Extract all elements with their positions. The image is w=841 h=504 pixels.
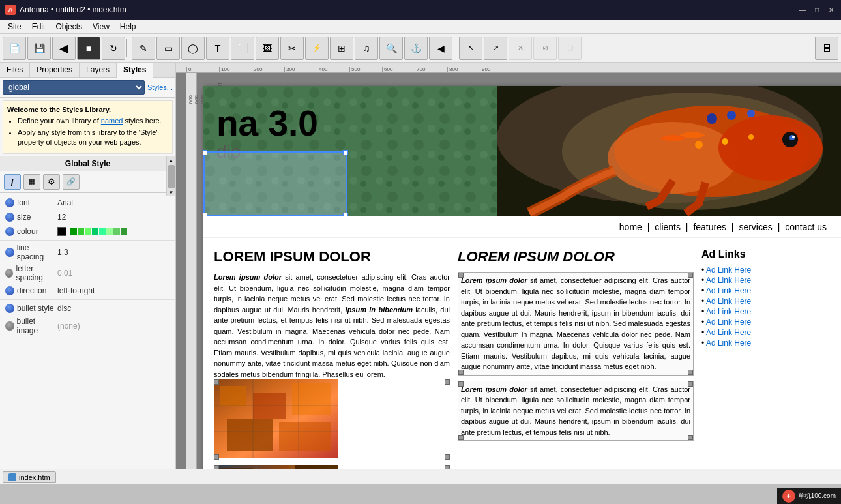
tab-layers[interactable]: Layers: [80, 63, 117, 77]
img2-handle-tr[interactable]: [445, 465, 450, 469]
styles-button[interactable]: Styles...: [147, 83, 173, 91]
audio-button[interactable]: ♫: [355, 37, 378, 60]
block2-handle-tr[interactable]: [688, 381, 693, 387]
swatch-5[interactable]: [99, 228, 106, 235]
maximize-button[interactable]: □: [812, 5, 821, 14]
nav-contact[interactable]: contact us: [785, 222, 827, 232]
minimize-button[interactable]: —: [798, 5, 807, 14]
rect-button[interactable]: ▭: [156, 37, 180, 60]
close-button[interactable]: ✕: [827, 5, 836, 14]
settings-icon-btn[interactable]: ⚙: [43, 174, 60, 190]
canvas-content[interactable]: na 3.0 dio home | clients |: [197, 73, 841, 469]
nav-clients[interactable]: clients: [655, 222, 681, 232]
tab-files[interactable]: Files: [0, 63, 30, 77]
block1-handle-bl[interactable]: [458, 370, 464, 375]
bulletstyle-value[interactable]: disc: [57, 304, 170, 313]
monitor-button[interactable]: 🖥: [815, 37, 838, 60]
menu-site[interactable]: Site: [3, 21, 27, 33]
svg-point-12: [782, 132, 798, 147]
script-button[interactable]: ⚡: [305, 37, 329, 60]
swatch-1[interactable]: [70, 228, 77, 235]
swatch-3[interactable]: [85, 228, 91, 235]
tool3[interactable]: ✕: [509, 37, 532, 60]
cut-button[interactable]: ✂: [280, 37, 304, 60]
table-button[interactable]: ⊞: [330, 37, 353, 60]
direction-value[interactable]: left-to-right: [57, 286, 170, 295]
swatch-7[interactable]: [113, 228, 120, 235]
nav-services[interactable]: services: [739, 222, 772, 232]
new-button[interactable]: 📄: [3, 37, 26, 60]
ad-link-2[interactable]: Ad Link Here: [701, 276, 832, 285]
img1-handle-br[interactable]: [445, 454, 450, 460]
tool5[interactable]: ⊡: [558, 37, 582, 60]
ad-link-6[interactable]: Ad Link Here: [701, 318, 832, 327]
size-value[interactable]: 12: [57, 213, 170, 222]
linespacing-value[interactable]: 1.3: [57, 248, 170, 257]
img1-handle-bl[interactable]: [214, 454, 219, 460]
nav-features[interactable]: features: [693, 222, 726, 232]
link-icon-btn[interactable]: 🔗: [63, 174, 80, 190]
swatch-8[interactable]: [121, 228, 127, 235]
ad-link-7[interactable]: Ad Link Here: [701, 328, 832, 337]
circle-button[interactable]: ◯: [181, 37, 205, 60]
svg-rect-26: [279, 422, 331, 451]
block1-handle-tr[interactable]: [688, 273, 693, 278]
block1-handle-tl[interactable]: [458, 273, 464, 278]
block2-handle-br[interactable]: [688, 435, 693, 440]
img1-handle-tl[interactable]: [214, 379, 219, 385]
image-1-container[interactable]: [214, 379, 450, 460]
tool2[interactable]: ↗: [484, 37, 507, 60]
bulletimage-value[interactable]: (none): [57, 321, 170, 331]
ad-link-5[interactable]: Ad Link Here: [701, 307, 832, 316]
swatch-2[interactable]: [78, 228, 84, 235]
ad-link-1[interactable]: Ad Link Here: [701, 265, 832, 274]
tab-properties[interactable]: Properties: [30, 63, 80, 77]
text-button[interactable]: T: [206, 37, 229, 60]
color-swatch-black[interactable]: [57, 227, 66, 236]
selection-box[interactable]: [203, 151, 347, 216]
menu-objects[interactable]: Objects: [50, 21, 87, 33]
swatch-6[interactable]: [106, 228, 113, 235]
block2-handle-tl[interactable]: [458, 381, 464, 387]
img1-handle-tr[interactable]: [445, 379, 450, 385]
ruler-horizontal: 0 100 200 300 400 500 600 700 800 900: [176, 63, 841, 73]
block1-handle-br[interactable]: [688, 370, 693, 375]
menu-help[interactable]: Help: [115, 21, 141, 33]
back-button[interactable]: ◀: [52, 37, 76, 60]
main-text-block-1[interactable]: Lorem ipsum dolor sit amet, consectetuer…: [458, 272, 694, 376]
image-button[interactable]: 🖼: [256, 37, 279, 60]
tab-styles[interactable]: Styles: [117, 63, 153, 78]
named-link[interactable]: named: [101, 117, 123, 125]
ad-link-8[interactable]: Ad Link Here: [701, 338, 832, 348]
swatch-4[interactable]: [92, 228, 98, 235]
block2-handle-bl[interactable]: [458, 435, 464, 440]
nav-home[interactable]: home: [619, 222, 642, 232]
style-dropdown[interactable]: global: [3, 80, 145, 95]
save-button[interactable]: 💾: [27, 37, 51, 60]
tool4[interactable]: ⊘: [533, 37, 557, 60]
menu-view[interactable]: View: [87, 21, 115, 33]
main-text-block-2[interactable]: Lorem ipsum dolor sit amet, consectetuer…: [458, 381, 694, 441]
image-2-container[interactable]: [214, 465, 450, 469]
rect2-button[interactable]: ⬜: [231, 37, 254, 60]
tool1[interactable]: ↖: [459, 37, 482, 60]
letterspacing-value[interactable]: 0.01: [57, 269, 170, 278]
menu-edit[interactable]: Edit: [27, 21, 51, 33]
img2-handle-tl[interactable]: [214, 465, 219, 469]
search-button[interactable]: 🔍: [379, 37, 403, 60]
canvas-scroll[interactable]: 100 200 300 400 500 600: [186, 73, 841, 469]
font-icon-btn[interactable]: f: [4, 174, 21, 190]
block-icon-btn[interactable]: ▦: [23, 174, 40, 190]
tab-index[interactable]: index.htm: [3, 471, 56, 483]
welcome-item-2: Apply any style from this library to the…: [18, 128, 168, 148]
titlebar-controls[interactable]: — □ ✕: [798, 5, 836, 14]
refresh-button[interactable]: ↻: [102, 37, 125, 60]
stop-button[interactable]: ■: [77, 37, 100, 60]
font-value[interactable]: Arial: [57, 198, 170, 207]
edit-button[interactable]: ✎: [132, 37, 155, 60]
colour-value-area[interactable]: [57, 227, 127, 236]
anchor-button[interactable]: ⚓: [404, 37, 428, 60]
ad-link-3[interactable]: Ad Link Here: [701, 286, 832, 295]
ad-link-4[interactable]: Ad Link Here: [701, 297, 832, 306]
nav-button[interactable]: ◀: [429, 37, 452, 60]
